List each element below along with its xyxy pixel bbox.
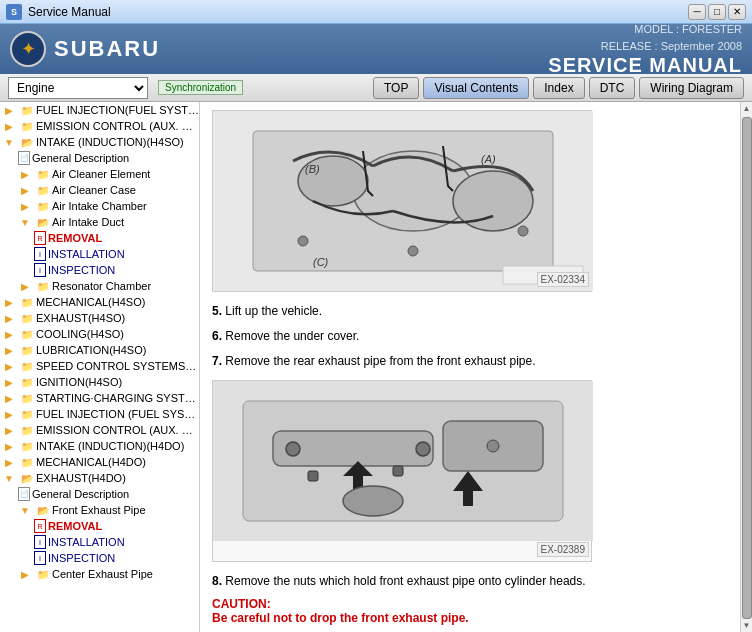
page-icon: I [34, 263, 46, 277]
sidebar-label: EMISSION CONTROL (AUX. EMIS [36, 424, 199, 436]
sidebar-item-lubrication[interactable]: ▶ 📁 LUBRICATION(H4SO) [0, 342, 199, 358]
folder-icon: ▶ [2, 343, 16, 357]
sidebar-item-cooling[interactable]: ▶ 📁 COOLING(H4SO) [0, 326, 199, 342]
sidebar-label: EXHAUST(H4DO) [36, 472, 126, 484]
svg-point-18 [487, 440, 499, 452]
sidebar-label: General Description [32, 488, 129, 500]
sidebar-item-fuel-injection[interactable]: ▶ 📁 FUEL INJECTION(FUEL SYSTEM [0, 102, 199, 118]
folder-img: 📂 [20, 135, 34, 149]
sidebar-item-general-desc[interactable]: 📄 General Description [0, 150, 199, 166]
folder-img: 📁 [20, 359, 34, 373]
sidebar-item-center-exhaust[interactable]: ▶ 📁 Center Exhaust Pipe [0, 566, 199, 582]
sidebar-label: INTAKE (INDUCTION)(H4DO) [36, 440, 184, 452]
sidebar-label: INSPECTION [48, 264, 115, 276]
expand-icon: ▼ [2, 471, 16, 485]
folder-img: 📁 [20, 103, 34, 117]
folder-icon: ▶ [18, 279, 32, 293]
scroll-down-arrow[interactable]: ▼ [743, 621, 751, 630]
sidebar-item-installation[interactable]: I INSTALLATION [0, 246, 199, 262]
nav-wiring[interactable]: Wiring Diagram [639, 77, 744, 99]
sidebar-item-mechanical-h4do[interactable]: ▶ 📁 MECHANICAL(H4DO) [0, 454, 199, 470]
expand-icon: ▼ [2, 135, 16, 149]
scroll-thumb[interactable] [742, 117, 752, 619]
nav-top[interactable]: TOP [373, 77, 419, 99]
svg-text:(C): (C) [313, 256, 329, 268]
expand-icon: ▼ [18, 503, 32, 517]
folder-icon: ▶ [2, 311, 16, 325]
engine-select[interactable]: Engine [8, 77, 148, 99]
svg-point-17 [416, 442, 430, 456]
svg-text:(B): (B) [305, 163, 320, 175]
diagram-2-image: EX-02389 [213, 381, 593, 561]
folder-icon: ▶ [2, 327, 16, 341]
sidebar-item-removal2[interactable]: R REMOVAL [0, 518, 199, 534]
page-icon: R [34, 231, 46, 245]
sidebar-item-inspection[interactable]: I INSPECTION [0, 262, 199, 278]
sidebar-item-exhaust-h4do[interactable]: ▼ 📂 EXHAUST(H4DO) [0, 470, 199, 486]
svg-point-6 [408, 246, 418, 256]
folder-icon: ▶ [18, 567, 32, 581]
nav-visual-contents[interactable]: Visual Contents [423, 77, 529, 99]
page-icon: I [34, 551, 46, 565]
sidebar-label: Air Cleaner Case [52, 184, 136, 196]
sidebar-label: General Description [32, 152, 129, 164]
svg-point-16 [286, 442, 300, 456]
subaru-emblem-stars: ✦ [21, 38, 36, 60]
header: ✦ SUBARU MODEL : FORESTER RELEASE : Sept… [0, 24, 752, 74]
sidebar-item-speed-control[interactable]: ▶ 📁 SPEED CONTROL SYSTEMS(H4S [0, 358, 199, 374]
sidebar-label: IGNITION(H4SO) [36, 376, 122, 388]
title-bar-buttons: ─ □ ✕ [688, 4, 746, 20]
folder-img: 📁 [36, 199, 50, 213]
caution-text: Be careful not to drop the front exhaust… [212, 611, 728, 625]
sidebar-item-emission-aux2[interactable]: ▶ 📁 EMISSION CONTROL (AUX. EMIS [0, 422, 199, 438]
step-7: 7. Remove the rear exhaust pipe from the… [212, 352, 728, 371]
sidebar-item-general-desc2[interactable]: 📄 General Description [0, 486, 199, 502]
sidebar-item-exhaust-h4so[interactable]: ▶ 📁 EXHAUST(H4SO) [0, 310, 199, 326]
sidebar-item-fuel-injection2[interactable]: ▶ 📁 FUEL INJECTION (FUEL SYSTEM [0, 406, 199, 422]
sidebar-label: Air Intake Duct [52, 216, 124, 228]
sidebar-item-mechanical-h4so[interactable]: ▶ 📁 MECHANICAL(H4SO) [0, 294, 199, 310]
sidebar-item-intake-h4do[interactable]: ▶ 📁 INTAKE (INDUCTION)(H4DO) [0, 438, 199, 454]
nav-index[interactable]: Index [533, 77, 584, 99]
sidebar-item-intake-h4so[interactable]: ▼ 📂 INTAKE (INDUCTION)(H4SO) [0, 134, 199, 150]
sidebar-item-air-cleaner-case[interactable]: ▶ 📁 Air Cleaner Case [0, 182, 199, 198]
folder-img: 📁 [36, 183, 50, 197]
caution-header: CAUTION: [212, 597, 728, 611]
sidebar-item-air-intake-chamber[interactable]: ▶ 📁 Air Intake Chamber [0, 198, 199, 214]
maximize-button[interactable]: □ [708, 4, 726, 20]
step-7-text: Remove the rear exhaust pipe from the fr… [225, 354, 535, 368]
sidebar-item-emission-aux[interactable]: ▶ 📁 EMISSION CONTROL (AUX. EMIS [0, 118, 199, 134]
page-icon: R [34, 519, 46, 533]
minimize-button[interactable]: ─ [688, 4, 706, 20]
diagram-2: EX-02389 [212, 380, 592, 562]
sidebar-item-starting[interactable]: ▶ 📁 STARTING·CHARGING SYSTEMS [0, 390, 199, 406]
sidebar-item-front-exhaust[interactable]: ▼ 📂 Front Exhaust Pipe [0, 502, 199, 518]
content-scrollbar[interactable]: ▲ ▼ [740, 102, 752, 632]
sidebar-item-installation2[interactable]: I INSTALLATION [0, 534, 199, 550]
svg-point-5 [298, 236, 308, 246]
sidebar-item-ignition[interactable]: ▶ 📁 IGNITION(H4SO) [0, 374, 199, 390]
page-icon: 📄 [18, 151, 30, 165]
brand-name: SUBARU [54, 36, 160, 62]
content-area: (B) (A) (C) EX-02334 5. Lift up the vehi… [200, 102, 740, 632]
sidebar-item-inspection2[interactable]: I INSPECTION [0, 550, 199, 566]
sync-button[interactable]: Synchronization [158, 80, 243, 95]
sidebar-item-air-cleaner-el[interactable]: ▶ 📁 Air Cleaner Element [0, 166, 199, 182]
sidebar-item-removal[interactable]: R REMOVAL [0, 230, 199, 246]
folder-img: 📂 [20, 471, 34, 485]
sidebar-item-resonator[interactable]: ▶ 📁 Resonator Chamber [0, 278, 199, 294]
close-button[interactable]: ✕ [728, 4, 746, 20]
nav-dtc[interactable]: DTC [589, 77, 636, 99]
svg-point-7 [518, 226, 528, 236]
folder-icon: ▶ [2, 391, 16, 405]
folder-img: 📁 [20, 327, 34, 341]
folder-icon: ▶ [2, 103, 16, 117]
folder-img: 📁 [20, 119, 34, 133]
scroll-up-arrow[interactable]: ▲ [743, 104, 751, 113]
folder-img: 📁 [20, 311, 34, 325]
folder-img: 📁 [20, 439, 34, 453]
sidebar-label: EMISSION CONTROL (AUX. EMIS [36, 120, 199, 132]
sidebar[interactable]: ▶ 📁 FUEL INJECTION(FUEL SYSTEM ▶ 📁 EMISS… [0, 102, 200, 632]
sidebar-item-air-intake-duct[interactable]: ▼ 📂 Air Intake Duct [0, 214, 199, 230]
step-8-text: Remove the nuts which hold front exhaust… [225, 574, 585, 588]
